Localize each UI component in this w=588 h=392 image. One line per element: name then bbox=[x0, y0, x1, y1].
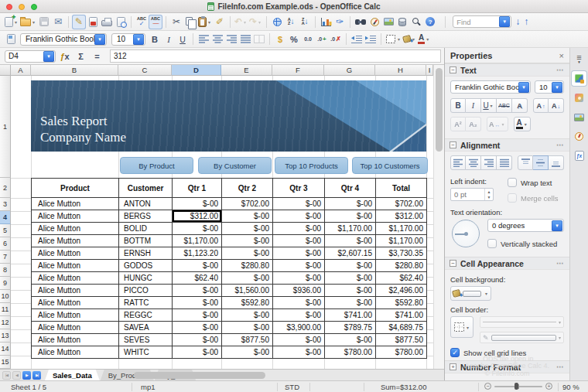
minimize-button[interactable] bbox=[19, 4, 25, 10]
dropdown-caret[interactable]: ▾ bbox=[13, 19, 19, 25]
more-options-icon[interactable]: ⋯ bbox=[556, 259, 565, 268]
background-color-button[interactable]: ▾ bbox=[402, 32, 417, 46]
save-button[interactable] bbox=[37, 15, 51, 29]
cell[interactable]: $-00 bbox=[222, 247, 273, 260]
gallery-button[interactable] bbox=[381, 15, 395, 29]
column-header-D[interactable]: D bbox=[172, 65, 221, 76]
cell[interactable]: Alice Mutton bbox=[32, 260, 119, 272]
sidebar-align-center-button[interactable] bbox=[466, 155, 481, 170]
row-header-12[interactable]: 12 bbox=[0, 316, 11, 329]
decrease-indent-button[interactable] bbox=[350, 32, 364, 46]
cell[interactable]: $4,689.75 bbox=[376, 322, 427, 334]
properties-tab[interactable] bbox=[572, 71, 586, 86]
increase-indent-button[interactable] bbox=[364, 32, 378, 46]
table-header-qtr-3[interactable]: Qtr 3 bbox=[273, 179, 325, 198]
email-button[interactable]: ✉ bbox=[51, 15, 65, 29]
cell[interactable]: $-00 bbox=[273, 210, 325, 223]
selected-cell[interactable]: $312.00 bbox=[173, 210, 222, 223]
vertically-stacked-checkbox[interactable]: ✓ Vertically stacked bbox=[487, 239, 564, 248]
cell[interactable]: $-00 bbox=[173, 322, 222, 334]
row-header-11[interactable]: 11 bbox=[0, 303, 11, 316]
font-name-combobox[interactable]: Franklin Gothic Book ▼ bbox=[20, 33, 107, 46]
table-header-customer[interactable]: Customer bbox=[119, 179, 173, 198]
navigator-tab[interactable] bbox=[572, 129, 586, 144]
sheet-button-by-product[interactable]: By Product bbox=[120, 157, 193, 174]
cell[interactable]: $-00 bbox=[222, 322, 273, 334]
cell[interactable]: $1,170.00 bbox=[376, 223, 427, 235]
cell[interactable]: Alice Mutton bbox=[32, 309, 119, 322]
row-header-2[interactable]: 2 bbox=[0, 178, 11, 198]
sidebar-font-name-combobox[interactable]: Franklin Gothic Book ▼ bbox=[450, 80, 531, 94]
hyperlink-button[interactable] bbox=[270, 15, 284, 29]
redo-button[interactable]: ↷▾ bbox=[248, 15, 263, 29]
superscript-button[interactable]: A² bbox=[450, 117, 466, 131]
currency-button[interactable]: $ bbox=[273, 32, 287, 46]
row-header-10[interactable]: 10 bbox=[0, 290, 11, 303]
cell[interactable]: $780.00 bbox=[376, 346, 427, 359]
line-color-dropdown[interactable]: ✎▾ bbox=[480, 332, 564, 343]
cell[interactable]: $2,607.15 bbox=[325, 247, 376, 260]
cell[interactable]: $-00 bbox=[222, 309, 273, 322]
cell[interactable]: $-00 bbox=[222, 235, 273, 247]
column-header-I[interactable]: I bbox=[426, 65, 433, 76]
table-header-total[interactable]: Total bbox=[376, 179, 427, 198]
cell[interactable]: $1,123.20 bbox=[173, 247, 222, 260]
cell[interactable]: $-00 bbox=[325, 235, 376, 247]
cell[interactable]: RATTC bbox=[119, 297, 173, 309]
cell[interactable]: ANTON bbox=[119, 198, 173, 210]
edit-file-button[interactable]: ✎ bbox=[72, 15, 86, 29]
bold-button[interactable]: B bbox=[148, 32, 162, 46]
cell-background-button[interactable]: ▾ bbox=[450, 286, 491, 301]
export-pdf-button[interactable] bbox=[86, 15, 100, 29]
zoom-slider[interactable] bbox=[494, 386, 542, 387]
cell[interactable]: $-00 bbox=[325, 198, 376, 210]
print-button[interactable] bbox=[100, 15, 114, 29]
cell[interactable]: $592.80 bbox=[376, 297, 427, 309]
cell[interactable]: ERNSH bbox=[119, 247, 173, 260]
shadow-button[interactable]: A bbox=[512, 98, 528, 113]
cell[interactable]: $280.80 bbox=[376, 260, 427, 272]
cell[interactable]: Alice Mutton bbox=[32, 223, 119, 235]
underline-caret[interactable]: ▾ bbox=[489, 103, 494, 108]
row-header-1[interactable]: 1 bbox=[0, 76, 11, 178]
chart-button[interactable] bbox=[319, 15, 333, 29]
align-center-button[interactable] bbox=[210, 32, 224, 46]
cell[interactable]: $1,170.00 bbox=[173, 235, 222, 247]
sidebar-font-size-combobox[interactable]: 10 ▼ bbox=[535, 80, 564, 94]
sidebar-font-color-button[interactable]: A▾ bbox=[514, 117, 531, 131]
cell[interactable]: GODOS bbox=[119, 260, 173, 272]
collapse-icon[interactable]: − bbox=[450, 141, 456, 148]
cell[interactable]: $62.40 bbox=[173, 272, 222, 285]
cell[interactable]: $702.00 bbox=[222, 198, 273, 210]
cut-button[interactable]: ✂ bbox=[169, 15, 183, 29]
new-document-button[interactable]: ▾ bbox=[4, 15, 19, 29]
cell-reference-input[interactable] bbox=[5, 52, 43, 60]
cell[interactable]: Alice Mutton bbox=[32, 198, 119, 210]
cell[interactable]: BOLID bbox=[119, 223, 173, 235]
name-box[interactable]: ▼ bbox=[5, 50, 56, 63]
cell[interactable]: $-00 bbox=[325, 210, 376, 223]
font-color-button[interactable]: A▾ bbox=[417, 32, 431, 46]
next-sheet-button[interactable]: ▶ bbox=[22, 371, 31, 380]
more-options-icon[interactable]: ⋯ bbox=[556, 141, 565, 149]
cell[interactable]: $-00 bbox=[173, 260, 222, 272]
orientation-combobox[interactable]: 0 degrees ▼ bbox=[487, 219, 564, 232]
section-header-text[interactable]: − Text ⋯ bbox=[445, 63, 569, 77]
cell[interactable]: $-00 bbox=[173, 285, 222, 297]
paste-button[interactable]: ▾ bbox=[197, 15, 213, 29]
zoom-out-button[interactable]: − bbox=[484, 383, 491, 390]
table-header-product[interactable]: Product bbox=[32, 179, 119, 198]
border-preset-caret[interactable]: ▾ bbox=[465, 325, 470, 330]
align-left-button[interactable] bbox=[197, 32, 210, 46]
cell[interactable]: $936.00 bbox=[273, 285, 325, 297]
cell[interactable]: $-00 bbox=[222, 223, 273, 235]
vertical-scrollbar-thumb[interactable] bbox=[436, 68, 443, 152]
cell[interactable]: $3,900.00 bbox=[273, 322, 325, 334]
vertical-scrollbar[interactable] bbox=[433, 65, 444, 369]
function-wizard-icon[interactable]: ƒx bbox=[57, 49, 72, 63]
cell[interactable]: $-00 bbox=[325, 297, 376, 309]
dropdown-caret[interactable]: ▾ bbox=[396, 36, 402, 42]
spelling-button[interactable]: ABC✓ bbox=[135, 15, 149, 29]
cells-area[interactable]: Sales Report Company Name ProductCustome… bbox=[11, 76, 433, 369]
copy-button[interactable] bbox=[183, 15, 197, 29]
